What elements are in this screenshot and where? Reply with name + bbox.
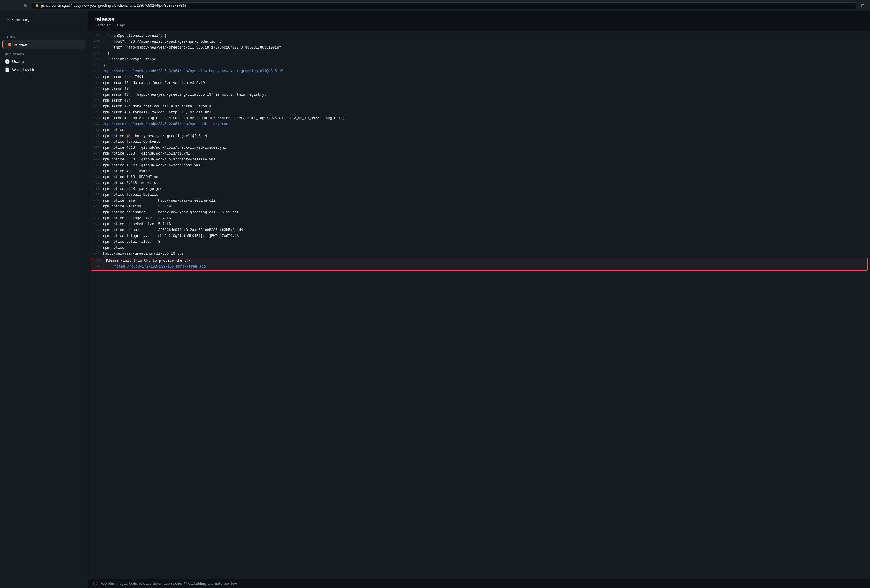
line-number: 430: [88, 175, 103, 179]
line-content: npm notice version: 3.5.19: [103, 204, 870, 208]
line-number: 426: [88, 152, 103, 155]
line-number: 445: [91, 265, 106, 268]
file-icon: 📄: [5, 67, 10, 72]
line-number: 439: [88, 228, 103, 232]
line-content: npm error 404 tarball, folder, http url,…: [103, 110, 870, 115]
clock-icon: 🕐: [5, 59, 10, 64]
line-content: npm error 404 Note that you can also ins…: [103, 104, 870, 109]
sidebar-summary-link[interactable]: ≡ Summary: [5, 16, 83, 24]
log-line: 439npm notice shasum: 3f63384e9441b812ad…: [88, 228, 870, 234]
line-number: 407: [88, 40, 103, 43]
job-title: release: [94, 16, 864, 23]
line-number: 442: [88, 246, 103, 249]
line-content: }: [103, 63, 870, 67]
cast-icon[interactable]: ⊡: [860, 2, 867, 9]
log-line: 435npm notice version: 3.5.19: [88, 204, 870, 210]
post-run-label: Post Run msgadi/optic-release-automation…: [100, 581, 237, 586]
line-number: 438: [88, 222, 103, 226]
log-line: 437npm notice package size: 2.4 kB: [88, 216, 870, 222]
line-content: npm notice filename: happy-new-year-gree…: [103, 210, 870, 214]
log-line: 442npm notice: [88, 246, 870, 251]
run-details-label: Run details: [0, 49, 88, 57]
line-content: npm notice 🎉 happy-new-year-greeting-cli…: [103, 134, 870, 138]
line-number: 427: [88, 158, 103, 161]
log-line: 432npm notice 662B package.json: [88, 187, 870, 192]
line-content: /opt/hostedtoolcache/node/23.6.0/x64/bin…: [103, 122, 870, 126]
line-number: 436: [88, 210, 103, 214]
line-number: 408: [88, 46, 103, 49]
sidebar-workflow-file[interactable]: 📄 Workflow file: [0, 65, 88, 74]
line-number: 413: [88, 75, 103, 79]
log-line: 408 "tmp": "tmp/happy-new-year-greeting-…: [88, 45, 870, 51]
line-content: npm notice 461B .github/workflows/check-…: [103, 146, 870, 150]
line-number: 424: [88, 140, 103, 143]
line-number: 433: [88, 193, 103, 196]
log-link[interactable]: /opt/hostedtoolcache/node/23.6.0/x64/bin…: [103, 122, 228, 126]
back-button[interactable]: ←: [3, 2, 10, 9]
line-number: 429: [88, 169, 103, 173]
forward-button[interactable]: →: [13, 2, 19, 9]
log-line: 426npm notice 362B .github/workflows/ci.…: [88, 151, 870, 157]
url-text: github.com/msgadi/happy-new-year-greetin…: [41, 3, 186, 7]
line-number: 415: [88, 87, 103, 90]
line-content: npm notice unpacked size: 5.7 kB: [103, 222, 870, 226]
line-number: 428: [88, 163, 103, 167]
log-line: 415npm error 404: [88, 86, 870, 92]
log-line: 412/opt/hostedtoolcache/node/23.6.0/x64/…: [88, 69, 870, 75]
log-line: 444Please visit this URL to provide the …: [91, 258, 867, 264]
log-link[interactable]: /opt/hostedtoolcache/node/23.6.0/x64/bin…: [103, 69, 283, 73]
log-line: 407 "host": "s3://npm-registry-packages-…: [88, 39, 870, 45]
log-line: 443happy-new-year-greeting-cli-3.5.19.tg…: [88, 251, 870, 257]
main-content: release Started 1m 55s ago 406 "_npmOper…: [88, 11, 870, 588]
line-number: 422: [88, 128, 103, 131]
line-number: 410: [88, 57, 103, 61]
sidebar-divider: [5, 30, 83, 30]
workflow-file-label: Workflow file: [12, 67, 35, 72]
log-line: 441npm notice total files: 8: [88, 240, 870, 246]
job-header: release Started 1m 55s ago: [88, 11, 870, 31]
line-content: Please visit this URL to provide the OTP…: [106, 259, 867, 263]
log-line: 438npm notice unpacked size: 5.7 kB: [88, 222, 870, 228]
log-line: 422npm notice: [88, 128, 870, 134]
line-content: npm error code E404: [103, 75, 870, 79]
line-content: npm notice 362B .github/workflows/ci.yml: [103, 152, 870, 156]
line-number: 423: [88, 134, 103, 137]
line-content: https://b5c0-172-183-199-185.ngrok-free.…: [106, 265, 867, 269]
url-bar[interactable]: 🔒 github.com/msgadi/happy-new-year-greet…: [32, 2, 857, 9]
line-content: happy-new-year-greeting-cli-3.5.19.tgz: [103, 252, 870, 256]
line-content: npm notice: [103, 128, 870, 132]
line-content: npm notice total files: 8: [103, 240, 870, 244]
usage-label: Usage: [12, 59, 24, 64]
post-run-line: Post Run msgadi/optic-release-automation…: [88, 579, 870, 588]
line-number: 444: [91, 259, 106, 262]
log-line: 427npm notice 333B .github/workflows/not…: [88, 157, 870, 163]
sidebar-usage[interactable]: 🕐 Usage: [0, 57, 88, 65]
line-content: npm notice name: happy-new-year-greeting…: [103, 199, 870, 203]
line-content: npm notice 4B .nvmrc: [103, 169, 870, 173]
log-link[interactable]: https://b5c0-172-183-199-185.ngrok-free.…: [106, 265, 206, 269]
refresh-button[interactable]: ↻: [22, 2, 29, 9]
log-line: 429npm notice 4B .nvmrc: [88, 169, 870, 175]
log-line: 420npm error A complete log of this run …: [88, 116, 870, 122]
line-content: npm notice: [103, 246, 870, 250]
line-number: 411: [88, 63, 103, 67]
highlight-box: 444Please visit this URL to provide the …: [91, 258, 868, 271]
sidebar-job-label: release: [14, 42, 27, 47]
sidebar-job-release[interactable]: release: [2, 40, 86, 49]
job-subtitle: Started 1m 55s ago: [94, 23, 864, 27]
log-line: 413npm error code E404: [88, 75, 870, 80]
line-content: "_npmOperationalInternal": {: [103, 34, 870, 38]
line-number: 421: [88, 122, 103, 126]
log-line: 436npm notice filename: happy-new-year-g…: [88, 210, 870, 216]
line-content: npm error A complete log of this run can…: [103, 116, 870, 121]
line-content: },: [103, 52, 870, 56]
line-number: 416: [88, 93, 103, 96]
line-number: 434: [88, 199, 103, 202]
line-number: 412: [88, 69, 103, 73]
line-content: "_hasShrinkwrap": false: [103, 57, 870, 61]
log-line: 419npm error 404 tarball, folder, http u…: [88, 110, 870, 116]
line-number: 435: [88, 204, 103, 208]
line-content: "tmp": "tmp/happy-new-year-greeting-cli_…: [103, 46, 870, 50]
line-number: 431: [88, 181, 103, 185]
line-number: 425: [88, 146, 103, 149]
